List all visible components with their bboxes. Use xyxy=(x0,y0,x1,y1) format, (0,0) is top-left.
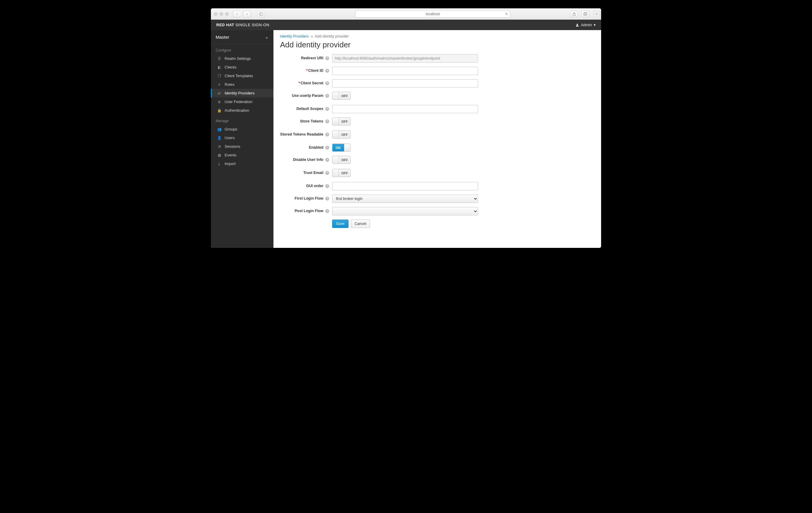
minimize-dot[interactable] xyxy=(220,12,223,16)
help-icon[interactable]: ? xyxy=(325,197,329,200)
label-disable-user-info: Disable User Info xyxy=(293,158,323,162)
tabs-button[interactable] xyxy=(581,11,589,17)
gui-order-field[interactable] xyxy=(332,182,478,190)
section-configure: Configure xyxy=(211,44,273,54)
realm-name: Master xyxy=(216,34,229,39)
svg-point-5 xyxy=(577,24,578,25)
breadcrumb: Identity Providers » Add identity provid… xyxy=(280,34,594,38)
sidebar-item-label: Roles xyxy=(225,82,234,87)
breadcrumb-sep: » xyxy=(311,34,313,38)
realm-selector[interactable]: Master ⌄ xyxy=(211,30,273,44)
sidebar-item-authentication[interactable]: 🔒Authentication xyxy=(211,106,273,115)
window-controls xyxy=(214,12,229,16)
new-tab-button[interactable]: + xyxy=(593,11,600,17)
toggle-state: ON xyxy=(332,144,344,151)
sidebar-item-clients[interactable]: ◧Clients xyxy=(211,63,273,72)
share-icon xyxy=(573,12,576,16)
sidebar-item-label: Identity Providers xyxy=(225,91,254,95)
sidebar-item-client-templates[interactable]: ❐Client Templates xyxy=(211,72,273,80)
sidebar-item-events[interactable]: ▦Events xyxy=(211,151,273,160)
app-root: RED HAT SINGLE SIGN-ON Admin ▾ Master ⌄ … xyxy=(211,20,601,248)
app-header: RED HAT SINGLE SIGN-ON Admin ▾ xyxy=(211,20,601,30)
client-id-field[interactable] xyxy=(332,67,478,75)
save-button[interactable]: Save xyxy=(332,220,349,228)
store-tokens-toggle[interactable]: OFF xyxy=(332,117,351,125)
share-button[interactable] xyxy=(570,11,578,17)
enabled-toggle[interactable]: ON xyxy=(332,144,351,152)
user-icon: 👤 xyxy=(217,136,222,140)
use-userip-toggle[interactable]: OFF xyxy=(332,92,351,100)
first-login-flow-select[interactable]: first broker login xyxy=(332,195,478,203)
sidebar-item-label: Groups xyxy=(225,127,237,132)
sliders-icon: ☰ xyxy=(217,57,222,61)
sidebar-item-label: Clients xyxy=(225,65,236,69)
help-icon[interactable]: ? xyxy=(325,69,329,73)
help-icon[interactable]: ? xyxy=(325,107,329,111)
client-secret-field[interactable] xyxy=(332,79,478,88)
forward-button[interactable]: › xyxy=(243,11,251,17)
sidebar-item-label: Authentication xyxy=(225,108,249,113)
sidebar-item-label: Users xyxy=(225,136,235,140)
sidebar-item-label: Sessions xyxy=(225,144,240,149)
sidebar: Master ⌄ Configure ☰Realm Settings ◧Clie… xyxy=(211,30,273,248)
content: Identity Providers » Add identity provid… xyxy=(273,30,601,248)
sidebar-item-user-federation[interactable]: ≣User Federation xyxy=(211,97,273,106)
sidebar-item-label: Events xyxy=(225,153,236,157)
close-dot[interactable] xyxy=(214,12,218,16)
sidebar-toggle-button[interactable] xyxy=(257,11,265,17)
help-icon[interactable]: ? xyxy=(325,119,329,123)
breadcrumb-root[interactable]: Identity Providers xyxy=(280,34,309,38)
cancel-button[interactable]: Cancel xyxy=(351,220,370,228)
back-button[interactable]: ‹ xyxy=(233,11,241,17)
sidebar-item-sessions[interactable]: ◔Sessions xyxy=(211,142,273,151)
help-icon[interactable]: ? xyxy=(325,171,329,175)
browser-window: ‹ › localhost ↻ + RED HAT SINGLE SIGN-ON xyxy=(211,8,601,248)
label-stored-tokens-readable: Stored Tokens Readable xyxy=(280,132,323,137)
help-icon[interactable]: ? xyxy=(325,133,329,137)
help-icon[interactable]: ? xyxy=(325,56,329,60)
exchange-icon: ⇄ xyxy=(217,91,222,95)
sidebar-item-label: Client Templates xyxy=(225,74,253,78)
database-icon: ≣ xyxy=(217,100,222,104)
toggle-state: OFF xyxy=(339,131,350,138)
default-scopes-field[interactable] xyxy=(332,105,478,113)
help-icon[interactable]: ? xyxy=(325,146,329,149)
sidebar-item-roles[interactable]: ≡Roles xyxy=(211,80,273,89)
cube-icon: ◧ xyxy=(217,65,222,69)
label-redirect-uri: Redirect URI xyxy=(301,56,323,60)
sidebar-item-label: Import xyxy=(225,162,236,166)
toggle-state: OFF xyxy=(339,169,350,177)
brand: RED HAT SINGLE SIGN-ON xyxy=(216,23,269,27)
sidebar-item-label: User Federation xyxy=(225,99,252,104)
help-icon[interactable]: ? xyxy=(325,184,329,188)
label-client-secret: Client Secret xyxy=(300,81,323,85)
help-icon[interactable]: ? xyxy=(325,209,329,213)
sidebar-item-import[interactable]: ⭳Import xyxy=(211,160,273,168)
sidebar-item-realm-settings[interactable]: ☰Realm Settings xyxy=(211,54,273,63)
redirect-uri-field[interactable] xyxy=(332,54,478,62)
disable-user-info-toggle[interactable]: OFF xyxy=(332,156,351,164)
help-icon[interactable]: ? xyxy=(325,94,329,98)
label-store-tokens: Store Tokens xyxy=(300,119,323,123)
toggle-state: OFF xyxy=(339,92,350,99)
trust-email-toggle[interactable]: OFF xyxy=(332,169,351,177)
user-menu[interactable]: Admin ▾ xyxy=(576,23,596,27)
toggle-state: OFF xyxy=(339,156,350,164)
label-client-id: Client ID xyxy=(308,68,323,73)
help-icon[interactable]: ? xyxy=(325,158,329,162)
address-bar[interactable]: localhost ↻ xyxy=(355,10,510,18)
zoom-dot[interactable] xyxy=(225,12,229,16)
sidebar-item-groups[interactable]: 👥Groups xyxy=(211,125,273,134)
sidebar-item-users[interactable]: 👤Users xyxy=(211,134,273,142)
help-icon[interactable]: ? xyxy=(325,81,329,85)
toggle-state: OFF xyxy=(339,118,350,125)
stored-tokens-readable-toggle[interactable]: OFF xyxy=(332,131,351,139)
sidebar-item-identity-providers[interactable]: ⇄Identity Providers xyxy=(211,89,273,97)
section-manage: Manage xyxy=(211,115,273,125)
templates-icon: ❐ xyxy=(217,74,222,78)
label-default-scopes: Default Scopes xyxy=(296,107,323,111)
post-login-flow-select[interactable] xyxy=(332,207,478,216)
svg-rect-4 xyxy=(585,12,587,15)
reload-icon[interactable]: ↻ xyxy=(505,12,508,16)
breadcrumb-current: Add identity provider xyxy=(315,34,349,38)
